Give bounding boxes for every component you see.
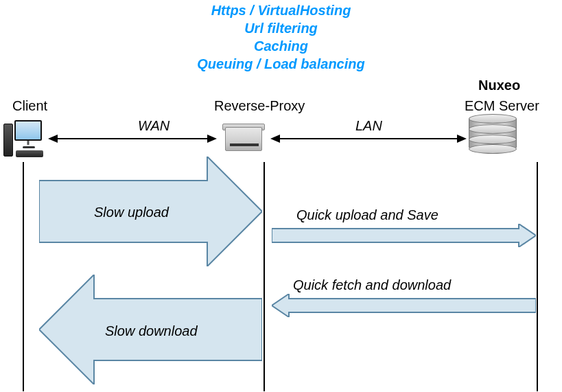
wan-double-arrow <box>48 133 217 144</box>
quick-upload-arrow <box>272 224 536 250</box>
client-label: Client <box>12 98 47 114</box>
lan-double-arrow <box>270 133 467 144</box>
wan-label: WAN <box>138 118 169 134</box>
header-line-3: Caching <box>0 38 562 54</box>
slow-download-label: Slow download <box>105 323 198 339</box>
svg-marker-4 <box>270 135 280 143</box>
nuxeo-brand-label: Nuxeo <box>478 78 520 93</box>
lan-label: LAN <box>355 118 382 134</box>
svg-marker-7 <box>272 224 536 247</box>
slow-upload-label: Slow upload <box>94 205 169 220</box>
reverse-proxy-server-icon <box>220 124 268 154</box>
header-line-4: Queuing / Load balancing <box>0 56 562 72</box>
svg-marker-2 <box>207 135 217 143</box>
quick-fetch-label: Quick fetch and download <box>293 277 451 293</box>
header-line-1: Https / VirtualHosting <box>0 3 562 19</box>
server-lifeline <box>537 162 538 391</box>
svg-marker-5 <box>457 135 467 143</box>
header-line-2: Url filtering <box>0 21 562 36</box>
svg-marker-8 <box>272 294 536 317</box>
quick-upload-label: Quick upload and Save <box>296 207 438 223</box>
proxy-label: Reverse-Proxy <box>214 98 305 114</box>
ecm-database-icon <box>469 114 517 154</box>
quick-fetch-arrow <box>272 294 536 320</box>
client-lifeline <box>23 162 24 391</box>
proxy-lifeline <box>264 162 265 391</box>
server-label: ECM Server <box>465 98 539 114</box>
client-computer-icon <box>3 120 46 160</box>
svg-marker-1 <box>48 135 58 143</box>
